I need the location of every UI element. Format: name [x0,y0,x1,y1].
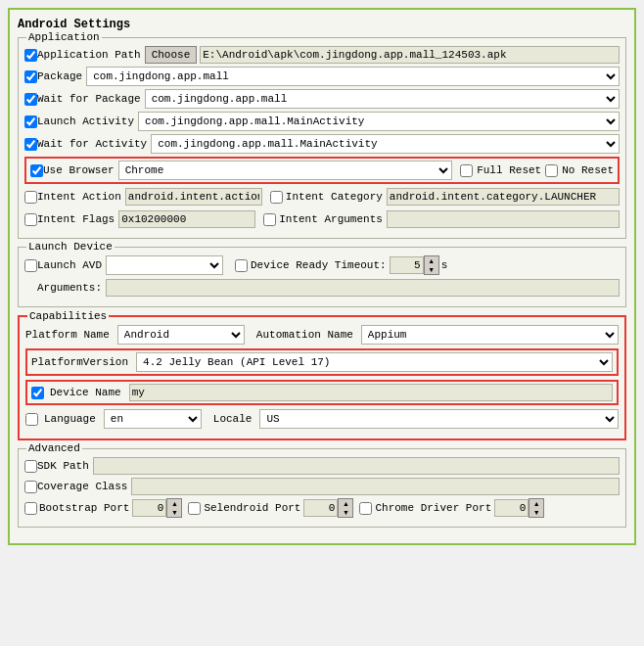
launch-activity-row: Launch Activity com.jingdong.app.mall.Ma… [24,112,620,131]
sdk-path-label: SDK Path [37,460,89,472]
chrome-driver-port-checkbox[interactable] [359,502,372,515]
chrome-driver-port-input[interactable] [494,499,529,517]
intent-flags-checkbox[interactable] [24,213,37,226]
package-checkbox[interactable] [24,70,37,83]
bootstrap-up-btn[interactable]: ▲ [167,499,181,508]
intent-arguments-checkbox[interactable] [263,213,276,226]
launch-activity-label: Launch Activity [37,115,134,127]
language-dropdown[interactable]: en [104,409,202,429]
timeout-spinner[interactable]: ▲ ▼ [424,255,439,275]
device-ready-timeout-checkbox[interactable] [235,259,248,272]
device-name-checkbox[interactable] [31,387,44,399]
intent-flags-row: Intent Flags Intent Arguments [24,209,620,229]
chrome-driver-port-label: Chrome Driver Port [375,502,491,514]
timeout-unit: s [441,259,448,271]
bootstrap-port-input[interactable] [132,499,166,517]
intent-flags-input[interactable] [118,210,255,228]
platform-name-label: Platform Name [25,329,110,341]
intent-arguments-label: Intent Arguments [279,213,383,225]
chrome-driver-up-btn[interactable]: ▲ [529,499,543,508]
locale-dropdown[interactable]: US [259,409,619,429]
launch-device-section-title: Launch Device [26,241,115,253]
selendroid-down-btn[interactable]: ▼ [339,508,352,517]
use-browser-label: Use Browser [43,164,115,176]
selendroid-port-label: Selendroid Port [204,502,300,514]
sdk-path-checkbox[interactable] [24,460,37,473]
intent-action-input[interactable] [125,188,262,206]
no-reset-label: No Reset [562,164,614,176]
arguments-label: Arguments: [37,282,102,294]
wait-package-checkbox[interactable] [24,93,37,106]
device-ready-timeout-input[interactable] [390,256,424,274]
selendroid-port-input[interactable] [303,499,338,517]
launch-activity-dropdown[interactable]: com.jingdong.app.mall.MainActivity [138,112,620,131]
selendroid-up-btn[interactable]: ▲ [339,499,352,508]
wait-package-row: Wait for Package com.jingdong.app.mall [24,89,620,109]
use-browser-checkbox[interactable] [30,164,43,177]
advanced-section: Advanced SDK Path Coverage Class Bootstr… [18,448,626,528]
choose-button[interactable]: Choose [145,46,198,64]
automation-name-label: Automation Name [256,329,353,341]
coverage-class-input[interactable] [131,478,620,495]
ports-row: Bootstrap Port ▲ ▼ Selendroid Port ▲ ▼ [24,498,620,518]
intent-category-checkbox[interactable] [270,191,283,204]
package-label: Package [37,70,82,82]
coverage-class-row: Coverage Class [24,478,620,495]
intent-action-label: Intent Action [37,191,121,203]
panel-title: Android Settings [18,18,626,31]
device-ready-timeout-label: Device Ready Timeout: [251,259,387,271]
use-browser-row: Use Browser Chrome Full Reset No Reset [24,157,620,184]
intent-action-checkbox[interactable] [24,191,37,204]
no-reset-checkbox[interactable] [545,164,558,177]
arguments-input[interactable] [106,279,620,297]
chrome-driver-down-btn[interactable]: ▼ [529,508,543,517]
launch-avd-checkbox[interactable] [24,259,37,272]
wait-activity-checkbox[interactable] [24,138,37,151]
timeout-down-btn[interactable]: ▼ [425,265,438,274]
use-browser-dropdown[interactable]: Chrome [118,161,453,180]
launch-avd-label: Launch AVD [37,259,102,271]
launch-device-section: Launch Device Launch AVD Device Ready Ti… [18,247,626,307]
device-name-input[interactable] [129,384,613,401]
arguments-row: Arguments: [24,278,620,298]
app-path-checkbox[interactable] [24,49,37,62]
platform-name-dropdown[interactable]: Android [117,325,245,345]
platform-version-row: PlatformVersion 4.2 Jelly Bean (API Leve… [25,348,619,376]
timeout-up-btn[interactable]: ▲ [425,256,438,265]
capabilities-section: Capabilities Platform Name Android Autom… [18,315,626,440]
selendroid-spinner[interactable]: ▲ ▼ [338,498,353,518]
wait-package-label: Wait for Package [37,93,141,105]
bootstrap-down-btn[interactable]: ▼ [167,508,181,517]
application-section-title: Application [26,31,102,43]
automation-name-dropdown[interactable]: Appium [361,325,619,345]
language-checkbox[interactable] [25,413,38,426]
coverage-class-label: Coverage Class [37,481,127,492]
full-reset-label: Full Reset [477,164,541,176]
chrome-driver-spinner[interactable]: ▲ ▼ [529,498,544,518]
android-settings-panel: Android Settings Application Application… [8,8,636,545]
package-dropdown[interactable]: com.jingdong.app.mall [86,67,620,86]
wait-activity-dropdown[interactable]: com.jingdong.app.mall.MainActivity [151,134,620,154]
bootstrap-spinner[interactable]: ▲ ▼ [166,498,182,518]
app-path-input[interactable] [200,46,620,64]
wait-activity-label: Wait for Activity [37,138,147,150]
launch-activity-checkbox[interactable] [24,115,37,128]
bootstrap-port-checkbox[interactable] [24,502,37,515]
platform-version-dropdown[interactable]: 4.2 Jelly Bean (API Level 17) [136,352,613,372]
app-path-label: Application Path [37,49,141,61]
coverage-class-checkbox[interactable] [24,481,37,493]
full-reset-checkbox[interactable] [460,164,473,177]
launch-avd-row: Launch AVD Device Ready Timeout: ▲ ▼ s [24,255,620,275]
capabilities-section-title: Capabilities [27,310,109,322]
wait-package-dropdown[interactable]: com.jingdong.app.mall [145,89,620,109]
selendroid-port-checkbox[interactable] [188,502,201,515]
platform-automation-row: Platform Name Android Automation Name Ap… [25,325,619,345]
sdk-path-input[interactable] [93,457,620,475]
intent-arguments-input[interactable] [387,210,620,228]
launch-avd-dropdown[interactable] [106,255,223,275]
device-name-row: Device Name [25,380,619,405]
advanced-section-title: Advanced [26,442,82,454]
intent-category-input[interactable] [387,188,620,206]
platform-version-label: PlatformVersion [31,356,128,368]
wait-activity-row: Wait for Activity com.jingdong.app.mall.… [24,134,620,154]
